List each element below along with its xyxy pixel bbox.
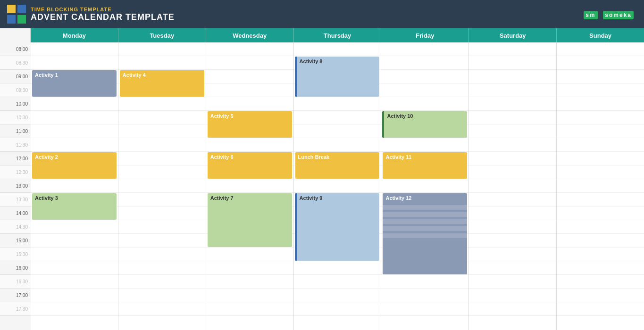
logo-icon	[7, 5, 26, 24]
time-slot-16-30: 16:30	[0, 275, 31, 289]
logo: TIME BLOCKING TEMPLATE ADVENT CALENDAR T…	[7, 5, 175, 24]
day-col-tuesday[interactable]: Activity 4	[118, 42, 206, 330]
day-col-sunday[interactable]	[557, 42, 644, 330]
time-slot-16-00: 16:00	[0, 261, 31, 275]
activity-block-activity-10[interactable]: Activity 10	[382, 111, 467, 138]
activity-block-activity-11[interactable]: Activity 11	[383, 152, 467, 179]
time-slot-11-30: 11:30	[0, 138, 31, 152]
calendar-body: 08:0008:3009:0009:3010:0010:3011:0011:30…	[0, 42, 644, 330]
time-slot-13-30: 13:30	[0, 193, 31, 206]
day-col-saturday[interactable]	[469, 42, 557, 330]
brand-icon: sm	[584, 11, 597, 19]
time-slot-12-30: 12:30	[0, 165, 31, 179]
calendar-header-row: MondayTuesdayWednesdayThursdayFridaySatu…	[0, 28, 644, 42]
time-slot-17-00: 17:00	[0, 289, 31, 302]
day-col-monday[interactable]: Activity 1Activity 2Activity 3	[31, 42, 118, 330]
day-col-wednesday[interactable]: Activity 5Activity 6Activity 7	[206, 42, 294, 330]
time-slot-13-00: 13:00	[0, 179, 31, 193]
time-slot-15-30: 15:30	[0, 248, 31, 261]
time-column: 08:0008:3009:0009:3010:0010:3011:0011:30…	[0, 42, 31, 330]
activity-block-activity-7[interactable]: Activity 7	[208, 193, 292, 247]
activity-block-lunch-break[interactable]: Lunch Break	[295, 152, 380, 179]
time-slot-11-00: 11:00	[0, 124, 31, 138]
activity-block-activity-2[interactable]: Activity 2	[32, 152, 117, 179]
time-slot-14-00: 14:00	[0, 206, 31, 220]
day-header-saturday: Saturday	[469, 28, 557, 42]
header-text: TIME BLOCKING TEMPLATE ADVENT CALENDAR T…	[31, 7, 175, 22]
time-slot-08-00: 08:00	[0, 42, 31, 56]
brand-name: someka	[603, 11, 634, 19]
activity-block-activity-1[interactable]: Activity 1	[32, 70, 117, 97]
time-slot-08-30: 08:30	[0, 56, 31, 70]
brand-logo: sm someka	[584, 7, 635, 22]
day-headers: MondayTuesdayWednesdayThursdayFridaySatu…	[31, 28, 644, 42]
time-slot-10-30: 10:30	[0, 111, 31, 124]
calendar: MondayTuesdayWednesdayThursdayFridaySatu…	[0, 28, 644, 330]
day-header-friday: Friday	[381, 28, 469, 42]
activity-block-activity-4[interactable]: Activity 4	[120, 70, 204, 97]
svg-rect-3	[17, 15, 26, 24]
time-slot-09-00: 09:00	[0, 70, 31, 83]
header-title: ADVENT CALENDAR TEMPLATE	[31, 12, 175, 22]
activity-block-activity-6[interactable]: Activity 6	[208, 152, 292, 179]
activity-block-activity-9[interactable]: Activity 9	[295, 193, 380, 261]
time-slot-15-00: 15:00	[0, 234, 31, 248]
activity-block-activity-8[interactable]: Activity 8	[295, 57, 380, 97]
day-col-thursday[interactable]: Activity 8Lunch BreakActivity 9	[294, 42, 382, 330]
svg-rect-0	[7, 5, 16, 13]
time-header-empty	[0, 28, 31, 42]
time-slot-10-00: 10:00	[0, 97, 31, 111]
day-header-tuesday: Tuesday	[118, 28, 206, 42]
day-col-friday[interactable]: Activity 10Activity 11Activity 12	[381, 42, 469, 330]
app-header: TIME BLOCKING TEMPLATE ADVENT CALENDAR T…	[0, 0, 644, 28]
svg-rect-1	[17, 5, 26, 13]
time-slot-09-30: 09:30	[0, 83, 31, 97]
days-area: Activity 1Activity 2Activity 3Activity 4…	[31, 42, 644, 330]
time-slot-14-30: 14:30	[0, 220, 31, 234]
activity-block-activity-3[interactable]: Activity 3	[32, 193, 117, 220]
activity-block-activity-5[interactable]: Activity 5	[208, 111, 292, 138]
day-header-thursday: Thursday	[294, 28, 382, 42]
activity-block-activity-12[interactable]: Activity 12	[383, 193, 467, 274]
time-slot-12-00: 12:00	[0, 152, 31, 165]
day-header-sunday: Sunday	[557, 28, 644, 42]
svg-rect-2	[7, 15, 16, 24]
day-header-wednesday: Wednesday	[206, 28, 294, 42]
time-slot-17-30: 17:30	[0, 302, 31, 316]
day-header-monday: Monday	[31, 28, 118, 42]
header-subtitle: TIME BLOCKING TEMPLATE	[31, 7, 175, 12]
